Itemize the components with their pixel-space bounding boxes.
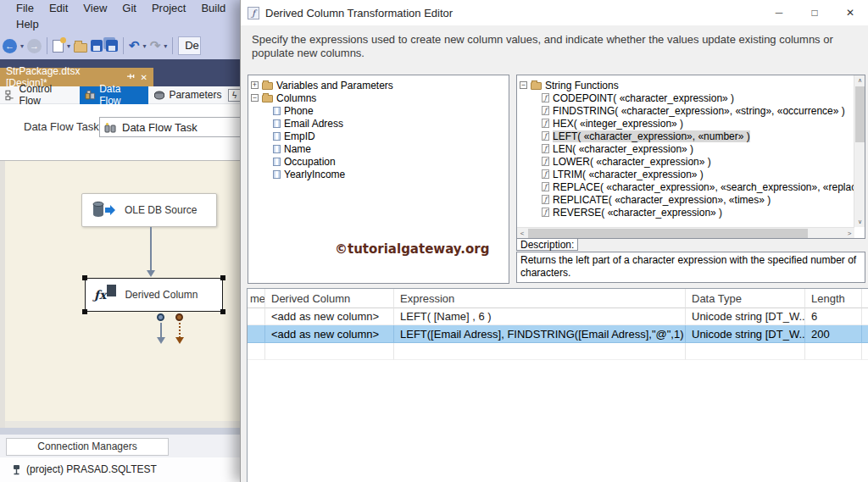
undo-icon[interactable]: ↶: [129, 38, 140, 53]
scrollbar-thumb[interactable]: [528, 229, 808, 238]
tree-label: Occupation: [284, 156, 336, 168]
tree-item-column[interactable]: Name: [251, 142, 509, 155]
canvas-horizontal-scrollbar[interactable]: [5, 421, 241, 428]
panel-splitter[interactable]: [0, 428, 241, 435]
precision-cell[interactable]: [862, 325, 868, 343]
tree-item-columns[interactable]: − Columns: [251, 91, 509, 104]
data-type-cell[interactable]: Unicode string [DT_W...: [686, 325, 805, 343]
expressions-grid[interactable]: me Derived Column Expression Data Type L…: [247, 288, 868, 482]
expand-icon[interactable]: +: [251, 81, 259, 89]
horizontal-scrollbar[interactable]: < >: [517, 227, 854, 238]
connection-managers-tab[interactable]: Connection Managers: [6, 438, 169, 456]
scrollbar-thumb[interactable]: [855, 86, 865, 142]
maximize-button[interactable]: □: [797, 0, 832, 25]
tree-item-column[interactable]: EmpID: [251, 130, 509, 142]
tree-item-variables-parameters[interactable]: + Variables and Parameters: [251, 79, 509, 91]
save-all-icon[interactable]: [106, 40, 118, 52]
menu-file[interactable]: File: [8, 2, 42, 14]
row-gutter[interactable]: [248, 325, 265, 343]
columns-tree-panel[interactable]: + Variables and Parameters − Columns Pho…: [248, 75, 509, 284]
scroll-right-icon[interactable]: >: [844, 228, 854, 239]
collapse-icon[interactable]: −: [520, 81, 527, 89]
close-button[interactable]: ✕: [832, 0, 868, 25]
tree-item-column[interactable]: YearlyIncome: [251, 168, 509, 180]
tab-close-icon[interactable]: ✕: [141, 73, 147, 82]
selection-handle[interactable]: [220, 275, 225, 280]
selection-handle[interactable]: [82, 309, 87, 314]
path-connector[interactable]: [150, 227, 152, 270]
expression-cell[interactable]: LEFT([Email Adress], FINDSTRING([Email A…: [394, 325, 686, 343]
selection-handle[interactable]: [82, 275, 87, 280]
tab-event-handlers-icon[interactable]: ϟ: [228, 89, 241, 102]
derived-column-cell[interactable]: <add as new column>: [265, 308, 394, 325]
precision-cell[interactable]: [862, 308, 868, 325]
scroll-down-icon[interactable]: ∨: [854, 217, 865, 227]
tab-control-flow[interactable]: Control Flow: [0, 86, 80, 104]
minimize-button[interactable]: ─: [761, 0, 797, 25]
tree-item-column[interactable]: Occupation: [251, 155, 509, 168]
menu-view[interactable]: View: [75, 2, 114, 14]
tree-item-function[interactable]: ƒREVERSE( «character_expression» ): [520, 206, 865, 219]
derived-column-cell[interactable]: <add as new column>: [265, 325, 394, 343]
tab-data-flow[interactable]: Data Flow: [80, 86, 149, 104]
expression-cell[interactable]: [394, 343, 686, 360]
redo-caret[interactable]: ▾: [164, 42, 167, 50]
tree-item-function[interactable]: ƒLOWER( «character_expression» ): [520, 155, 865, 168]
collapse-icon[interactable]: −: [251, 94, 259, 102]
menu-help[interactable]: Help: [8, 18, 47, 30]
length-cell[interactable]: 200: [805, 325, 862, 343]
menu-git[interactable]: Git: [114, 2, 144, 14]
grid-row[interactable]: <add as new column> LEFT( [Name] , 6 ) U…: [248, 308, 868, 325]
menu-edit[interactable]: Edit: [42, 2, 75, 14]
length-cell[interactable]: [805, 343, 862, 360]
scroll-up-icon[interactable]: ∧: [854, 75, 865, 86]
undo-caret[interactable]: ▾: [143, 42, 147, 50]
new-item-caret[interactable]: ▾: [67, 42, 70, 50]
navigate-back-icon[interactable]: ←: [3, 39, 17, 53]
length-cell[interactable]: 6: [805, 308, 862, 325]
error-output-connector[interactable]: [175, 313, 183, 321]
navigate-forward-icon[interactable]: →: [27, 39, 42, 53]
design-surface[interactable]: OLE DB Source ƒx Derived Column: [0, 161, 241, 428]
precision-cell[interactable]: [862, 343, 868, 360]
tree-item-function[interactable]: ƒLEN( «character_expression» ): [520, 142, 865, 155]
selection-handle[interactable]: [220, 309, 225, 314]
new-item-icon[interactable]: [53, 40, 64, 53]
expression-cell[interactable]: LEFT( [Name] , 6 ): [394, 308, 686, 325]
tree-item-column[interactable]: Phone: [251, 104, 509, 117]
tree-item-function[interactable]: ƒHEX( «integer_expression» ): [520, 117, 865, 130]
derived-column-node[interactable]: ƒx Derived Column: [85, 278, 223, 312]
output-arrow-line[interactable]: [160, 323, 162, 338]
data-type-cell[interactable]: Unicode string [DT_W...: [686, 308, 805, 325]
tree-item-function[interactable]: ƒCODEPOINT( «character_expression» ): [520, 91, 865, 104]
derived-column-cell[interactable]: [265, 343, 394, 360]
grid-row-empty[interactable]: [248, 343, 868, 360]
menu-project[interactable]: Project: [144, 2, 193, 14]
debug-target-dropdown[interactable]: De: [178, 36, 201, 55]
row-gutter[interactable]: [248, 343, 265, 360]
menu-build[interactable]: Build: [193, 2, 233, 14]
functions-tree-panel[interactable]: − String Functions ƒCODEPOINT( «characte…: [516, 75, 865, 239]
tab-parameters[interactable]: Parameters: [148, 86, 226, 104]
redo-icon[interactable]: ↷: [150, 38, 161, 53]
data-type-cell[interactable]: [686, 343, 805, 360]
pin-icon[interactable]: [126, 73, 135, 81]
tree-item-function[interactable]: ƒREPLACE( «character_expression», «searc…: [520, 180, 865, 193]
tree-item-function[interactable]: ƒREPLICATE( «character_expression», «tim…: [520, 193, 865, 206]
connection-manager-item[interactable]: (project) PRASAD.SQLTEST: [12, 463, 157, 475]
tree-item-function[interactable]: ƒLTRIM( «character_expression» ): [520, 168, 865, 180]
data-flow-task-dropdown[interactable]: Data Flow Task: [99, 117, 241, 137]
error-arrow-line[interactable]: [179, 323, 181, 338]
grid-row-selected[interactable]: <add as new column> LEFT([Email Adress],…: [248, 325, 868, 343]
vertical-scrollbar[interactable]: ∧ ∨: [854, 75, 865, 227]
tree-item-function-selected[interactable]: ƒLEFT( «character_expression», «number» …: [520, 130, 865, 142]
open-file-icon[interactable]: [74, 43, 87, 53]
row-gutter[interactable]: [248, 308, 265, 325]
tree-item-function[interactable]: ƒFINDSTRING( «character_expression», «st…: [520, 104, 865, 117]
tree-item-string-functions[interactable]: − String Functions: [520, 79, 865, 91]
save-icon[interactable]: [91, 40, 103, 52]
back-dropdown-caret[interactable]: ▾: [20, 42, 24, 50]
tree-item-column[interactable]: Email Adress: [251, 117, 509, 130]
output-connector[interactable]: [157, 313, 164, 321]
ole-db-source-node[interactable]: OLE DB Source: [81, 193, 217, 227]
